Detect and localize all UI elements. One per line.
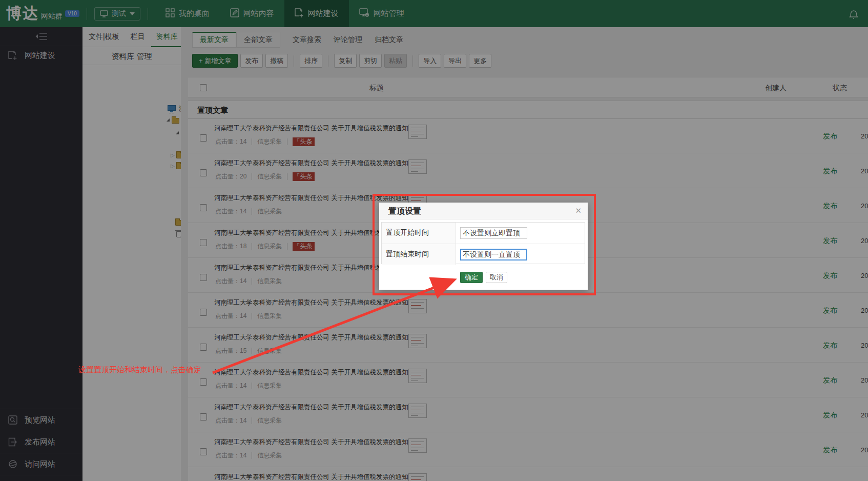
modal-header: 置顶设置 ✕ bbox=[379, 203, 588, 219]
close-icon[interactable]: ✕ bbox=[575, 206, 582, 215]
modal-form-row: 置顶结束时间 bbox=[382, 244, 585, 265]
modal-form: 置顶开始时间置顶结束时间 bbox=[381, 222, 585, 264]
confirm-button[interactable]: 确定 bbox=[460, 272, 483, 283]
app-root: 博达 网站群 V10 测试 我的桌面网站内容网站建设网站管理 网站建设 预览网站… bbox=[0, 0, 868, 481]
pin-settings-modal: 置顶设置 ✕ 置顶开始时间置顶结束时间 确定 取消 bbox=[379, 203, 588, 290]
pin-time-input[interactable] bbox=[460, 249, 527, 260]
cancel-button[interactable]: 取消 bbox=[486, 272, 507, 283]
modal-title: 置顶设置 bbox=[388, 206, 421, 217]
pin-time-input[interactable] bbox=[460, 227, 527, 239]
annotation-text: 设置置顶开始和结束时间，点击确定 bbox=[78, 365, 201, 375]
form-field-label: 置顶结束时间 bbox=[386, 250, 429, 259]
modal-form-row: 置顶开始时间 bbox=[382, 223, 585, 244]
form-field-label: 置顶开始时间 bbox=[386, 228, 429, 237]
